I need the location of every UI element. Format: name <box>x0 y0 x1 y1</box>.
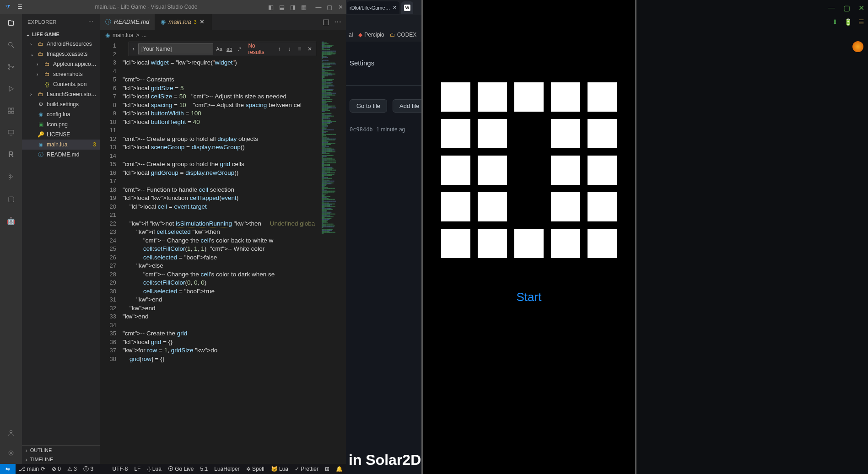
minimize-icon[interactable]: — <box>313 2 324 11</box>
notifications-icon[interactable]: 🔔 <box>333 466 346 472</box>
code-content[interactable]: "lcl">local widget = "kw">require("widge… <box>123 41 321 464</box>
panel-left-icon[interactable]: ◧ <box>265 2 276 11</box>
file-build-settings[interactable]: ⚙build.settings <box>22 99 100 109</box>
settings-lines-icon[interactable]: ☰ <box>858 18 864 26</box>
language-mode[interactable]: {} Lua <box>144 466 164 472</box>
folder-screenshots[interactable]: ›🗀screenshots <box>22 69 100 79</box>
encoding[interactable]: UTF-8 <box>109 466 131 472</box>
grid-cell-5[interactable] <box>441 119 470 148</box>
file-main-lua[interactable]: ◉main.lua3 <box>22 140 100 150</box>
close-icon[interactable]: ✕ <box>335 2 346 11</box>
grid-cell-12[interactable] <box>514 156 544 185</box>
source-control-icon[interactable] <box>5 61 16 72</box>
eol[interactable]: LF <box>131 466 144 472</box>
lua-helper[interactable]: LuaHelper <box>211 466 243 472</box>
grid-cell-6[interactable] <box>478 119 507 148</box>
grid-cell-17[interactable] <box>514 192 544 221</box>
problems-info[interactable]: ⓘ 3 <box>80 464 97 474</box>
battery-icon[interactable]: 🔋 <box>844 18 852 26</box>
tab-more-icon[interactable]: ⋯ <box>334 17 341 26</box>
find-expand-icon[interactable]: › <box>131 46 136 52</box>
panel-bottom-icon[interactable]: ⬓ <box>276 2 287 11</box>
close-icon[interactable]: ✕ <box>858 4 864 12</box>
avatar[interactable] <box>852 41 863 52</box>
grid-cell-14[interactable] <box>588 156 617 185</box>
grid-cell-0[interactable] <box>441 82 470 112</box>
grid-cell-7[interactable] <box>514 119 544 148</box>
grid-cell-8[interactable] <box>551 119 580 148</box>
explorer-icon[interactable] <box>0 17 19 28</box>
folder-launchscreen-sto-[interactable]: ›🗀LaunchScreen.sto… <box>22 89 100 99</box>
settings-icon[interactable] <box>5 447 16 458</box>
go-to-file-button[interactable]: Go to file <box>350 99 387 113</box>
grid-cell-24[interactable] <box>588 229 617 258</box>
grid-cell-15[interactable] <box>441 192 470 221</box>
match-case-icon[interactable]: Aa <box>215 44 223 54</box>
whole-word-icon[interactable]: ab <box>225 44 233 54</box>
go-live[interactable]: ⦿ Go Live <box>165 466 197 472</box>
grid-cell-4[interactable] <box>588 82 617 112</box>
split-editor-icon[interactable]: ◫ <box>323 17 329 26</box>
prettier[interactable]: ✓ Prettier <box>291 466 322 472</box>
grid-cell-23[interactable] <box>551 229 580 258</box>
start-button[interactable]: Start <box>517 290 542 304</box>
grid-cell-2[interactable] <box>514 82 544 112</box>
settings-tab[interactable]: Settings <box>350 59 421 67</box>
problems-warnings[interactable]: ⚠ 3 <box>64 464 80 474</box>
remote-indicator[interactable]: ⇋ <box>0 464 16 474</box>
find-filter-icon[interactable]: ≡ <box>296 46 304 52</box>
file-config-lua[interactable]: ◉config.lua <box>22 109 100 119</box>
find-close-icon[interactable]: ✕ <box>306 46 314 52</box>
tab-main-lua[interactable]: ◉main.lua3✕ <box>155 14 211 30</box>
file-readme-md[interactable]: ⓘREADME.md <box>22 150 100 160</box>
file-icon-png[interactable]: ▣Icon.png <box>22 119 100 129</box>
hamburger-menu-icon[interactable]: ☰ <box>17 4 22 10</box>
folder-images-xcassets[interactable]: ⌄🗀Images.xcassets <box>22 49 100 59</box>
grid-cell-3[interactable] <box>551 82 580 112</box>
find-input[interactable] <box>138 43 213 54</box>
grid-cell-11[interactable] <box>478 156 507 185</box>
folder-androidresources[interactable]: ›🗀AndroidResources <box>22 39 100 49</box>
spell-check[interactable]: ✲ Spell <box>243 466 268 472</box>
figma-icon[interactable] <box>5 171 16 182</box>
extensions-icon[interactable] <box>5 105 16 116</box>
timeline-section[interactable]: TIMELINE <box>22 455 100 464</box>
regex-icon[interactable]: .* <box>235 44 243 54</box>
bookmark-codex[interactable]: 🗀CODEX <box>390 32 417 38</box>
grid-cell-22[interactable] <box>514 229 544 258</box>
android-icon[interactable]: 🤖 <box>5 215 16 226</box>
tab-readme-md[interactable]: ⓘREADME.md <box>100 14 155 30</box>
git-branch[interactable]: ⎇main⟳ <box>16 464 49 474</box>
bookmark-percipio[interactable]: ◆Percipio <box>358 32 384 38</box>
grid-cell-16[interactable] <box>478 192 507 221</box>
layout-status-icon[interactable]: ⊞ <box>322 466 333 472</box>
grid-cell-1[interactable] <box>478 82 507 112</box>
bookmark-al[interactable]: al <box>349 32 353 38</box>
folder-appicon-appico-[interactable]: ›🗀AppIcon.appico… <box>22 59 100 69</box>
account-icon[interactable] <box>5 427 16 438</box>
grid-cell-10[interactable] <box>441 156 470 185</box>
bookmark-icon[interactable]: ▢ <box>5 193 16 204</box>
find-prev-icon[interactable]: ↑ <box>275 46 283 52</box>
explorer-more-icon[interactable]: ⋯ <box>88 19 94 25</box>
layout-grid-icon[interactable]: ▦ <box>298 2 309 11</box>
r-icon[interactable]: R <box>5 149 16 160</box>
file-license[interactable]: 🔑LICENSE <box>22 129 100 140</box>
lua-version[interactable]: 5.1 <box>197 466 211 472</box>
debug-icon[interactable] <box>5 83 16 94</box>
outline-section[interactable]: OUTLINE <box>22 446 100 455</box>
code-editor[interactable]: 1234567891011121314151617181920212223242… <box>100 41 346 464</box>
breadcrumb[interactable]: ◉ main.lua > ... <box>100 30 346 41</box>
grid-cell-19[interactable] <box>588 192 617 221</box>
grid-cell-18[interactable] <box>551 192 580 221</box>
grid-cell-9[interactable] <box>588 119 617 148</box>
lua-status[interactable]: 🐱 Lua <box>268 466 291 472</box>
browser-tab-github[interactable]: rDlot/Life-Game---A ✕ <box>347 1 399 14</box>
maximize-icon[interactable]: ▢ <box>843 4 850 12</box>
download-icon[interactable]: ⬇ <box>832 18 838 26</box>
grid-cell-20[interactable] <box>441 229 470 258</box>
grid-cell-21[interactable] <box>478 229 507 258</box>
maximize-icon[interactable]: ▢ <box>324 2 335 11</box>
tab-close-icon[interactable]: ✕ <box>199 18 206 25</box>
problems-errors[interactable]: ⊘ 0 <box>49 464 64 474</box>
